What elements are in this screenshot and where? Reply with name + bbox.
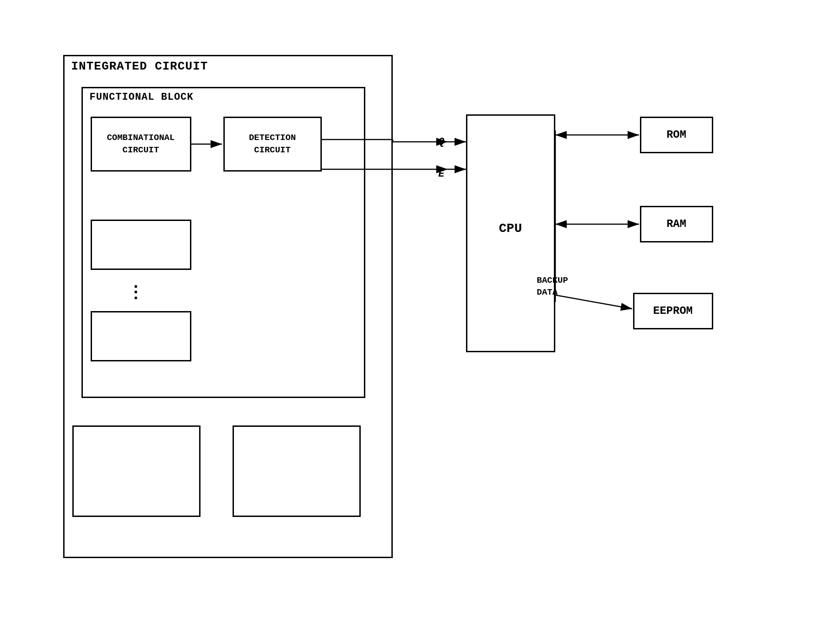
rom-box — [640, 117, 713, 153]
bottom-box-left — [72, 425, 201, 517]
det-circuit-box — [223, 117, 322, 172]
signal-q-label: Q — [439, 136, 444, 148]
empty-box-1 — [91, 220, 191, 270]
cpu-box — [466, 114, 555, 352]
signal-e-label: E — [439, 168, 444, 180]
comb-circuit-box — [91, 117, 191, 172]
diagram-container: INTEGRATED CIRCUIT FUNCTIONAL BLOCK COMB… — [54, 46, 786, 595]
ic-label: INTEGRATED CIRCUIT — [71, 59, 208, 73]
bottom-box-right — [233, 425, 361, 517]
ellipsis: ⋮ — [127, 283, 146, 303]
ram-box — [640, 206, 713, 242]
eeprom-box — [633, 293, 713, 329]
empty-box-2 — [91, 311, 191, 361]
fb-label: FUNCTIONAL BLOCK — [90, 91, 194, 103]
backup-data-label: BACKUPDATA — [537, 274, 568, 299]
